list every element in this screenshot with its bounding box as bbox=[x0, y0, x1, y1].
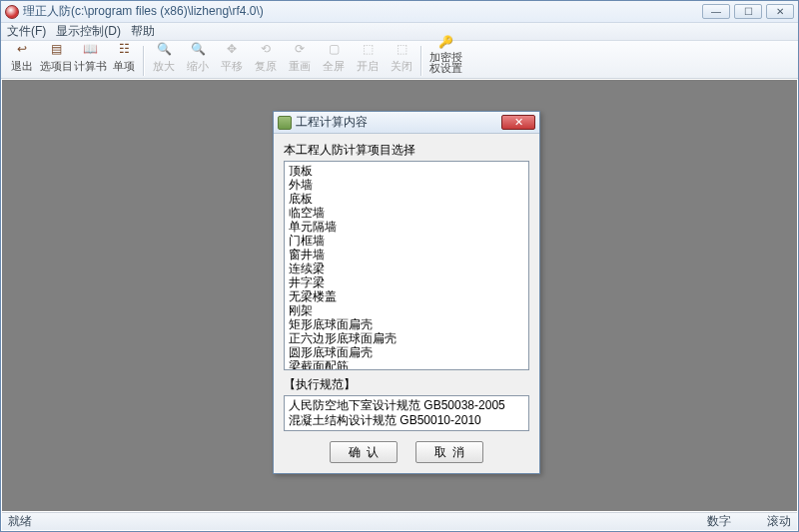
close-tool-icon: ⬚ bbox=[393, 40, 410, 58]
toolbar-separator-2 bbox=[420, 46, 422, 76]
tb-reset[interactable]: ⟲复原 bbox=[249, 38, 283, 76]
list-item[interactable]: 梁截面配筋 bbox=[289, 359, 524, 370]
redraw-icon: ⟳ bbox=[291, 40, 309, 58]
app-icon bbox=[5, 5, 19, 19]
move-icon: ✥ bbox=[223, 40, 241, 58]
toolbar-separator bbox=[143, 46, 145, 76]
options-icon: ▤ bbox=[47, 40, 65, 58]
list-item[interactable]: 顶板 bbox=[289, 164, 524, 178]
exit-icon: ↩ bbox=[13, 40, 31, 58]
spec-listbox[interactable]: 人民防空地下室设计规范 GB50038-2005混凝土结构设计规范 GB5001… bbox=[284, 395, 529, 431]
tb-options-label: 选项目 bbox=[40, 59, 73, 74]
zoom-out-icon: 🔍 bbox=[189, 40, 207, 58]
dialog-close-button[interactable]: ✕ bbox=[501, 115, 535, 130]
fullscreen-icon: ▢ bbox=[325, 40, 343, 58]
status-left: 就绪 bbox=[8, 513, 32, 530]
close-button[interactable]: ✕ bbox=[766, 4, 794, 19]
list-item[interactable]: 门框墙 bbox=[289, 234, 524, 248]
ok-button[interactable]: 确认 bbox=[330, 441, 398, 463]
tb-calcbook[interactable]: 📖计算书 bbox=[73, 38, 107, 76]
statusbar: 就绪 数字 滚动 bbox=[2, 512, 797, 530]
tb-single[interactable]: ☷单项 bbox=[107, 38, 141, 76]
tb-move[interactable]: ✥平移 bbox=[215, 38, 249, 76]
list-item[interactable]: 窗井墙 bbox=[289, 248, 524, 262]
project-listbox[interactable]: 顶板外墙底板临空墙单元隔墙门框墙窗井墙连续梁井字梁无梁楼盖刚架矩形底球面扁壳正六… bbox=[284, 161, 529, 370]
list-item[interactable]: 刚架 bbox=[289, 303, 524, 317]
license-icon: 🔑 bbox=[436, 33, 454, 51]
tb-single-label: 单项 bbox=[113, 59, 135, 74]
calcbook-icon: 📖 bbox=[81, 40, 99, 58]
dialog-icon bbox=[278, 116, 292, 130]
titlebar: 理正人防(c:\program files (x86)\lizheng\rf4.… bbox=[1, 1, 798, 23]
cancel-button[interactable]: 取消 bbox=[415, 441, 483, 463]
list-item[interactable]: 连续梁 bbox=[289, 262, 524, 275]
tb-zoom-out[interactable]: 🔍缩小 bbox=[181, 38, 215, 76]
window-title: 理正人防(c:\program files (x86)\lizheng\rf4.… bbox=[23, 3, 702, 20]
minimize-button[interactable]: — bbox=[702, 4, 730, 19]
calc-content-dialog: 工程计算内容 ✕ 本工程人防计算项目选择 顶板外墙底板临空墙单元隔墙门框墙窗井墙… bbox=[273, 111, 540, 474]
tb-options[interactable]: ▤选项目 bbox=[39, 38, 73, 76]
toolbar: ↩退出 ▤选项目 📖计算书 ☷单项 🔍放大 🔍缩小 ✥平移 ⟲复原 ⟳重画 ▢全… bbox=[1, 41, 798, 79]
tb-move-label: 平移 bbox=[221, 59, 243, 74]
spec-item[interactable]: 混凝土结构设计规范 GB50010-2010 bbox=[289, 413, 524, 428]
tb-exit[interactable]: ↩退出 bbox=[5, 38, 39, 76]
tb-zoom-out-label: 缩小 bbox=[187, 59, 209, 74]
dialog-titlebar: 工程计算内容 ✕ bbox=[274, 112, 539, 134]
tb-reset-label: 复原 bbox=[255, 59, 277, 74]
list-item[interactable]: 矩形底球面扁壳 bbox=[289, 317, 524, 331]
list-item[interactable]: 底板 bbox=[289, 192, 524, 206]
tb-close[interactable]: ⬚关闭 bbox=[385, 38, 418, 76]
tb-open[interactable]: ⬚开启 bbox=[351, 38, 385, 76]
open-icon: ⬚ bbox=[359, 40, 377, 58]
tb-license-label: 加密授权设置 bbox=[424, 52, 466, 74]
tb-close-label: 关闭 bbox=[391, 59, 412, 74]
tb-license[interactable]: 🔑加密授权设置 bbox=[424, 31, 466, 76]
tb-calcbook-label: 计算书 bbox=[74, 59, 107, 74]
dialog-title: 工程计算内容 bbox=[296, 114, 501, 131]
single-icon: ☷ bbox=[115, 40, 133, 58]
reset-icon: ⟲ bbox=[257, 40, 275, 58]
list-item[interactable]: 正六边形底球面扁壳 bbox=[289, 331, 524, 345]
dialog-buttons: 确认 取消 bbox=[284, 441, 529, 463]
tb-redraw[interactable]: ⟳重画 bbox=[283, 38, 317, 76]
tb-zoom-in[interactable]: 🔍放大 bbox=[147, 38, 181, 76]
tb-zoom-in-label: 放大 bbox=[153, 59, 175, 74]
tb-exit-label: 退出 bbox=[11, 59, 33, 74]
app-window: 理正人防(c:\program files (x86)\lizheng\rf4.… bbox=[0, 0, 799, 532]
list-label: 本工程人防计算项目选择 bbox=[284, 142, 529, 159]
tb-fullscreen[interactable]: ▢全屏 bbox=[317, 38, 351, 76]
zoom-in-icon: 🔍 bbox=[155, 40, 173, 58]
list-item[interactable]: 无梁楼盖 bbox=[289, 289, 524, 303]
spec-label: 【执行规范】 bbox=[284, 376, 529, 393]
list-item[interactable]: 井字梁 bbox=[289, 275, 524, 289]
list-item[interactable]: 临空墙 bbox=[289, 206, 524, 220]
tb-open-label: 开启 bbox=[357, 59, 379, 74]
list-item[interactable]: 圆形底球面扁壳 bbox=[289, 345, 524, 359]
window-buttons: — ☐ ✕ bbox=[702, 4, 794, 19]
spec-item[interactable]: 人民防空地下室设计规范 GB50038-2005 bbox=[289, 398, 524, 413]
maximize-button[interactable]: ☐ bbox=[734, 4, 762, 19]
list-item[interactable]: 单元隔墙 bbox=[289, 220, 524, 234]
dialog-body: 本工程人防计算项目选择 顶板外墙底板临空墙单元隔墙门框墙窗井墙连续梁井字梁无梁楼… bbox=[274, 134, 539, 473]
list-item[interactable]: 外墙 bbox=[289, 178, 524, 192]
status-num: 数字 bbox=[707, 513, 731, 530]
tb-redraw-label: 重画 bbox=[289, 59, 311, 74]
tb-fullscreen-label: 全屏 bbox=[323, 59, 345, 74]
status-scroll: 滚动 bbox=[767, 513, 791, 530]
